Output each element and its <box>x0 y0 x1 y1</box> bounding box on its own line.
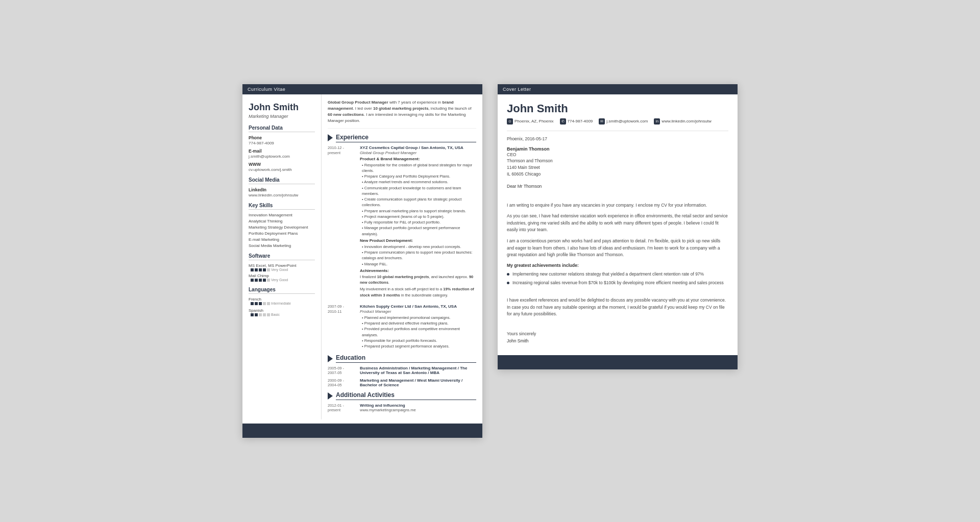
activities-arrow-icon <box>328 392 333 400</box>
email-label: E-mail <box>249 148 315 154</box>
cv-name: John Smith <box>249 102 315 113</box>
dot <box>259 313 262 316</box>
cl-document: Cover Letter John Smith ⊙ Phoenix, AZ, P… <box>498 84 738 369</box>
cv-header-label: Curriculum Vitae <box>248 87 285 92</box>
exp-sub-title-product-brand: Product & Brand Management: <box>360 157 476 161</box>
edu-degree-1: Business Administration / Marketing Mana… <box>360 366 476 375</box>
cl-achievement-text-1: Implementing new customer relations stra… <box>512 271 704 278</box>
skill-item: Analytical Thinking <box>249 219 315 223</box>
software-name-mailchimp: Mail Chimp <box>249 274 288 278</box>
exp-bullet: • Prepare annual marketing plans to supp… <box>360 208 476 214</box>
education-section-header: Education <box>328 354 476 363</box>
skill-item: Marketing Strategy Development <box>249 225 315 230</box>
cl-paragraph-3: I am a conscientious person who works ha… <box>507 238 728 259</box>
software-item-excel: MS Excel, MS PowerPoint Very Good <box>249 263 315 271</box>
dot <box>267 279 270 282</box>
languages-title: Languages <box>249 287 315 294</box>
edu-dates-1: 2005-09 - 2007-05 <box>328 366 356 375</box>
rating-dots-mailchimp <box>251 279 270 282</box>
phone-value: 774-987-4009 <box>249 141 315 145</box>
cl-recipient-address: 1140 Main Street <box>507 164 728 171</box>
cl-achievements-title: My greatest achievements include: <box>507 263 728 268</box>
exp-bullet: • Communicate product knowledge to custo… <box>360 185 476 197</box>
linkedin-icon: in <box>654 118 660 125</box>
lang-item-french: French Intermediate <box>249 297 315 305</box>
dot <box>259 268 262 271</box>
www-label: WWW <box>249 162 315 167</box>
skill-item: Portfolio Deployment Plans <box>249 231 315 236</box>
cl-achievement-text-2: Increasing regional sales revenue from $… <box>512 280 724 286</box>
edu-details-1: Business Administration / Marketing Mana… <box>360 366 476 375</box>
social-media-title: Social Media <box>249 177 315 184</box>
cl-footer <box>498 355 738 369</box>
exp-achievement-1: I finalized 10 global marketing projects… <box>360 274 476 286</box>
exp-bullet: • Provided product portfolios and compet… <box>360 326 476 338</box>
exp-date-company-1: 2010-12 - present XYZ Cosmetics Capital … <box>328 145 476 299</box>
cl-name: John Smith <box>507 102 728 115</box>
dot <box>263 268 266 271</box>
education-arrow-icon <box>328 355 333 362</box>
act-entry-1: 2012-01 - present Writing and Influencin… <box>328 403 476 412</box>
email-icon: ✉ <box>599 118 605 125</box>
bullet-icon-1 <box>507 273 509 276</box>
lang-level-spanish: Basic <box>271 313 280 316</box>
activities-title: Additional Activities <box>336 391 476 400</box>
cl-closing-paragraph: I have excellent references and would be… <box>507 297 728 318</box>
exp-bullet: • Responsible for the creation of global… <box>360 162 476 174</box>
skill-item: Social Media Marketing <box>249 243 315 248</box>
exp-bullet: • Project management (teams of up to 5 p… <box>360 214 476 219</box>
dot <box>267 302 270 305</box>
phone-label: Phone <box>249 135 315 140</box>
exp-bullet: • Prepare Category and Portfolio Deploym… <box>360 173 476 179</box>
exp-sub-title-new-product: New Product Development: <box>360 238 476 243</box>
cv-footer <box>242 424 482 438</box>
cl-closing: Yours sincerely <box>507 331 728 336</box>
cv-body: John Smith Marketing Manager Personal Da… <box>242 94 482 420</box>
exp-bullet: • Innovation development - develop new p… <box>360 244 476 250</box>
experience-entry-2: 2007-09 - 2010-11 Kitchen Supply Center … <box>328 304 476 350</box>
exp-role-1: Global Group Product Manager <box>360 151 476 155</box>
edu-dates-2: 2000-09 - 2004-05 <box>328 378 356 387</box>
education-title: Education <box>336 354 476 363</box>
email-value: j.smith@uptowork.com <box>249 154 315 159</box>
exp-bullet: • Prepare communication plans to support… <box>360 250 476 261</box>
cl-divider <box>507 131 728 131</box>
exp-bullet: • Planned and implemented promotional ca… <box>360 315 476 320</box>
dot <box>259 302 262 305</box>
exp-date-company-2: 2007-09 - 2010-11 Kitchen Supply Center … <box>328 304 476 350</box>
experience-section-header: Experience <box>328 134 476 142</box>
cl-contact-location: ⊙ Phoenix, AZ, Phoenix <box>507 118 554 125</box>
exp-achievement-2: My involvement in a stock sell-off proje… <box>360 286 476 298</box>
lang-row-spanish: Spanish <box>249 308 315 313</box>
dot <box>263 279 266 282</box>
dot <box>255 279 258 282</box>
edu-row-1: 2005-09 - 2007-05 Business Administratio… <box>328 366 476 375</box>
software-name-excel: MS Excel, MS PowerPoint <box>249 263 296 268</box>
dot <box>259 279 262 282</box>
linkedin-value: www.linkedin.com/johnsutw <box>249 193 315 197</box>
edu-degree-2: Marketing and Management / West Miami Un… <box>360 378 476 387</box>
cl-contact-email: ✉ j.smith@uptowork.com <box>599 118 648 125</box>
act-url-1: www.mymarketingcampaigns.me <box>360 408 476 412</box>
lang-name-spanish: Spanish <box>249 308 263 313</box>
activities-section-header: Additional Activities <box>328 391 476 400</box>
edu-details-2: Marketing and Management / West Miami Un… <box>360 378 476 387</box>
cl-recipient-name: Benjamin Thomson <box>507 146 728 152</box>
cl-achievement-item-1: Implementing new customer relations stra… <box>507 271 728 278</box>
key-skills-title: Key Skills <box>249 203 315 210</box>
cl-recipient-company: Thomson and Thomson <box>507 158 728 164</box>
exp-company-2: Kitchen Supply Center Ltd / San Antonio,… <box>360 304 476 309</box>
cl-recipient-title: CEO <box>507 152 728 158</box>
www-value: cv.uptowork.com/j.smith <box>249 167 315 172</box>
software-level-excel: Very Good <box>271 268 288 271</box>
dot <box>267 268 270 271</box>
dot <box>251 268 254 271</box>
exp-sub-title-achievements: Achievements: <box>360 268 476 273</box>
edu-entry-2: 2000-09 - 2004-05 Marketing and Manageme… <box>328 378 476 387</box>
cv-sidebar: John Smith Marketing Manager Personal Da… <box>242 94 322 420</box>
cl-salutation: Dear Mr Thomson <box>507 184 728 189</box>
cl-date: Phoenix, 2016-05-17 <box>507 136 728 141</box>
cv-header-bar: Curriculum Vitae <box>242 84 482 94</box>
personal-data-title: Personal Data <box>249 125 315 132</box>
act-title-1: Writing and Influencing <box>360 403 476 408</box>
